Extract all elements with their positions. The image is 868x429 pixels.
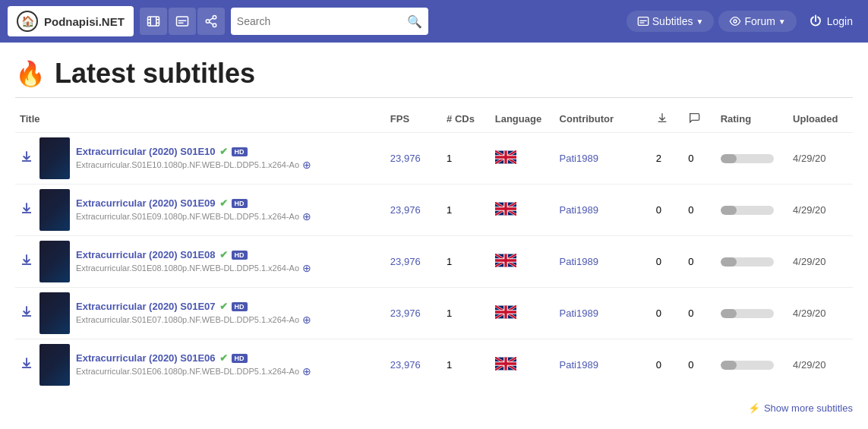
table-row: Extracurricular (2020) S01E08 ✔ HD Extra…: [15, 236, 853, 288]
hd-badge: HD: [232, 302, 248, 311]
contributor-link[interactable]: Pati1989: [560, 308, 598, 319]
film-icon-button[interactable]: [140, 8, 167, 35]
subtitles-nav-icon: [637, 15, 649, 27]
contributor-link[interactable]: Pati1989: [560, 256, 598, 267]
thumbnail: [39, 137, 70, 179]
table-row: Extracurricular (2020) S01E10 ✔ HD Extra…: [15, 133, 853, 185]
title-cell: Extracurricular (2020) S01E08 ✔ HD Extra…: [15, 236, 386, 288]
contributor-cell: Pati1989: [555, 236, 652, 288]
svg-point-18: [734, 20, 737, 23]
hd-badge: HD: [232, 147, 248, 156]
contributor-link[interactable]: Pati1989: [560, 359, 598, 371]
rating-cell: [716, 339, 788, 391]
downloads-cell: 0: [652, 288, 683, 339]
contributor-link[interactable]: Pati1989: [560, 153, 598, 164]
rating-cell: [716, 185, 788, 236]
thumbnail: [39, 292, 70, 334]
table-row: Extracurricular (2020) S01E09 ✔ HD Extra…: [15, 185, 853, 236]
expand-icon[interactable]: ⊕: [302, 159, 311, 171]
nav-icons: [140, 8, 225, 35]
rating-bar: [721, 206, 774, 215]
cds-cell: 1: [442, 236, 491, 288]
cds-cell: 1: [442, 185, 491, 236]
language-cell: [491, 185, 555, 236]
title-subtitle: Extracurricular.S01E10.1080p.NF.WEB-DL.D…: [76, 159, 311, 171]
search-bar: 🔍: [231, 8, 428, 35]
cds-cell: 1: [442, 133, 491, 185]
title-link[interactable]: Extracurricular (2020) S01E07: [76, 301, 216, 312]
title-info: Extracurricular (2020) S01E08 ✔ HD Extra…: [76, 249, 311, 274]
title-cell: Extracurricular (2020) S01E07 ✔ HD Extra…: [15, 288, 386, 339]
hd-badge: HD: [232, 354, 248, 363]
title-subtitle: Extracurricular.S01E07.1080p.NF.WEB-DL.D…: [76, 314, 311, 326]
title-main: Extracurricular (2020) S01E06 ✔ HD: [76, 352, 311, 364]
title-link[interactable]: Extracurricular (2020) S01E10: [76, 146, 216, 157]
title-main: Extracurricular (2020) S01E10 ✔ HD: [76, 146, 311, 157]
uploaded-cell: 4/29/20: [788, 288, 853, 339]
rating-bar: [721, 309, 774, 318]
main-content: 🔥 Latest subtitles Title FPS # CDs Langu…: [0, 43, 868, 429]
uploaded-cell: 4/29/20: [788, 236, 853, 288]
verified-icon: ✔: [219, 352, 228, 364]
rating-bar: [721, 257, 774, 267]
uploaded-cell: 4/29/20: [788, 185, 853, 236]
downloads-cell: 0: [652, 236, 683, 288]
row-download-button[interactable]: [20, 253, 33, 270]
expand-icon[interactable]: ⊕: [302, 210, 311, 222]
rating-fill: [721, 361, 737, 370]
logo-text: Podnapisi.NET: [44, 15, 125, 28]
verified-icon: ✔: [219, 249, 228, 260]
expand-icon[interactable]: ⊕: [302, 314, 311, 326]
fps-cell: 23,976: [386, 339, 442, 391]
search-button[interactable]: 🔍: [407, 14, 422, 29]
show-more-link[interactable]: ⚡ Show more subtitles: [15, 402, 853, 414]
login-button[interactable]: Login: [801, 10, 860, 33]
title-link[interactable]: Extracurricular (2020) S01E06: [76, 352, 216, 364]
rating-bar: [721, 154, 774, 163]
fps-cell: 23,976: [386, 288, 442, 339]
downloads-cell: 0: [652, 339, 683, 391]
svg-line-14: [209, 18, 213, 21]
title-link[interactable]: Extracurricular (2020) S01E09: [76, 197, 216, 209]
row-download-button[interactable]: [20, 201, 33, 219]
login-label: Login: [827, 15, 853, 27]
language-cell: [491, 133, 555, 185]
col-header-language: Language: [491, 106, 555, 133]
share-icon-button[interactable]: [197, 8, 225, 35]
row-download-button[interactable]: [20, 150, 33, 167]
verified-icon: ✔: [219, 301, 228, 312]
col-header-title: Title: [15, 106, 386, 133]
page-title-area: 🔥 Latest subtitles: [15, 43, 853, 98]
col-header-fps: FPS: [386, 106, 442, 133]
col-header-rating: Rating: [716, 106, 788, 133]
col-header-cds: # CDs: [442, 106, 491, 133]
subtitle-icon-button[interactable]: [169, 8, 196, 35]
expand-icon[interactable]: ⊕: [302, 365, 311, 377]
contributor-link[interactable]: Pati1989: [560, 204, 598, 216]
rating-cell: [716, 236, 788, 288]
uploaded-cell: 4/29/20: [788, 133, 853, 185]
header-nav: Subtitles ▼ Forum ▼ Login: [627, 10, 860, 33]
row-download-button[interactable]: [20, 304, 33, 322]
row-download-button[interactable]: [20, 356, 33, 374]
search-input[interactable]: [237, 15, 407, 27]
language-cell: [491, 339, 555, 391]
rating-bar: [721, 361, 774, 370]
logo-area[interactable]: 🏠 Podnapisi.NET: [8, 6, 134, 36]
downloads-cell: 2: [652, 133, 683, 185]
col-header-uploaded: Uploaded: [788, 106, 853, 133]
forum-nav-button[interactable]: Forum ▼: [718, 11, 796, 32]
contributor-cell: Pati1989: [555, 133, 652, 185]
comment-header-icon: [688, 112, 700, 124]
uploaded-cell: 4/29/20: [788, 339, 853, 391]
download-header-icon: [656, 112, 668, 124]
subtitles-nav-button[interactable]: Subtitles ▼: [627, 11, 715, 32]
col-header-contributor: Contributor: [555, 106, 652, 133]
contributor-cell: Pati1989: [555, 288, 652, 339]
rating-fill: [721, 309, 737, 318]
thumbnail: [39, 189, 70, 231]
title-link[interactable]: Extracurricular (2020) S01E08: [76, 249, 216, 260]
expand-icon[interactable]: ⊕: [302, 262, 311, 274]
uk-flag-icon: [495, 202, 516, 216]
comments-cell: 0: [683, 236, 715, 288]
